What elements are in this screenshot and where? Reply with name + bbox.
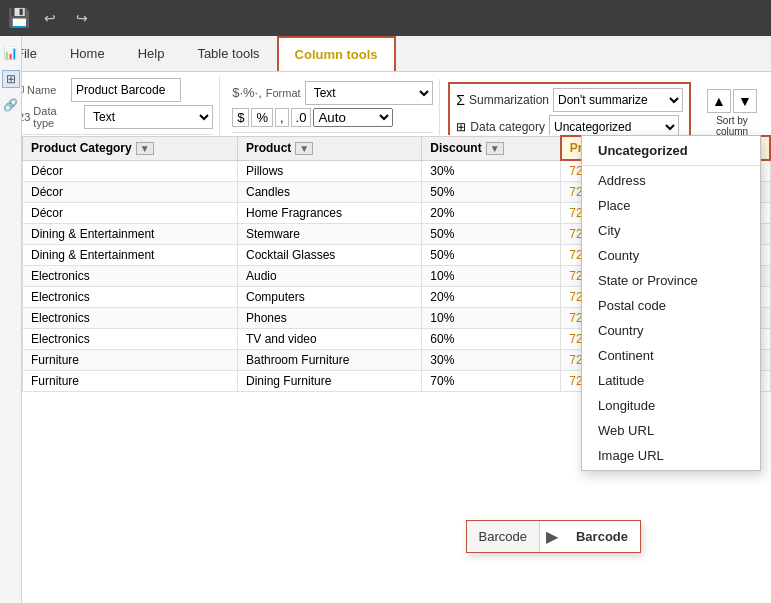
save-icon[interactable]: 💾 [8, 7, 30, 29]
cell-category: Décor [23, 182, 238, 203]
dropdown-item-county[interactable]: County [582, 243, 760, 268]
dropdown-item-weburl[interactable]: Web URL [582, 418, 760, 443]
dropdown-item-place[interactable]: Place [582, 193, 760, 218]
dropdown-item-city[interactable]: City [582, 218, 760, 243]
col-header-discount: Discount ▼ [422, 136, 561, 160]
dropdown-item-country[interactable]: Country [582, 318, 760, 343]
sidebar-chart-icon[interactable]: 📊 [2, 44, 20, 62]
cell-product: Pillows [238, 160, 422, 182]
cell-discount: 50% [422, 224, 561, 245]
col-header-category: Product Category ▼ [23, 136, 238, 160]
data-category-dropdown: Uncategorized Address Place City County … [581, 135, 761, 471]
sidebar: 📊 ⊞ 🔗 [0, 36, 22, 603]
dropdown-item-address[interactable]: Address [582, 168, 760, 193]
cell-category: Dining & Entertainment [23, 245, 238, 266]
cell-discount: 50% [422, 182, 561, 203]
cell-discount: 30% [422, 160, 561, 182]
format-label: Format [266, 87, 301, 99]
col-sort-category[interactable]: ▼ [136, 142, 154, 155]
cell-category: Furniture [23, 350, 238, 371]
dropdown-item-imageurl[interactable]: Image URL [582, 443, 760, 468]
sort-down-button[interactable]: ▼ [733, 89, 757, 113]
cell-category: Electronics [23, 329, 238, 350]
sidebar-table-icon[interactable]: ⊞ [2, 70, 20, 88]
col-sort-product[interactable]: ▼ [295, 142, 313, 155]
cell-discount: 20% [422, 287, 561, 308]
title-bar: 💾 ↩ ↪ [0, 0, 771, 36]
cell-category: Décor [23, 203, 238, 224]
cell-product: Audio [238, 266, 422, 287]
percent-button[interactable]: % [251, 108, 273, 127]
cell-product: Candles [238, 182, 422, 203]
summarization-label: Summarization [469, 93, 549, 107]
col-sort-discount[interactable]: ▼ [486, 142, 504, 155]
cell-discount: 20% [422, 203, 561, 224]
barcode-hint-right: Barcode [564, 521, 640, 552]
tab-columntools[interactable]: Column tools [277, 36, 396, 71]
format-select[interactable]: Text Number Currency Date [305, 81, 434, 105]
datatype-select[interactable]: Text Whole Number Decimal Number Date Tr… [84, 105, 213, 129]
sort-label: Sort bycolumn [716, 115, 748, 137]
dollar-button[interactable]: $ [232, 108, 249, 127]
tab-home[interactable]: Home [54, 36, 122, 71]
cell-discount: 10% [422, 308, 561, 329]
cell-category: Electronics [23, 308, 238, 329]
auto-select[interactable]: Auto [313, 108, 393, 127]
format-icon: $·%·, [232, 85, 262, 100]
sidebar-relation-icon[interactable]: 🔗 [2, 96, 20, 114]
undo-button[interactable]: ↩ [38, 8, 62, 28]
sort-group: ▲ ▼ Sort bycolumn [699, 85, 765, 141]
col-header-product: Product ▼ [238, 136, 422, 160]
barcode-hint-left: Barcode [467, 521, 540, 552]
comma-button[interactable]: , [275, 108, 289, 127]
cell-discount: 60% [422, 329, 561, 350]
barcode-hint: Barcode ▶ Barcode [466, 520, 641, 553]
cell-product: TV and video [238, 329, 422, 350]
cell-category: Dining & Entertainment [23, 224, 238, 245]
cell-category: Décor [23, 160, 238, 182]
summarization-select[interactable]: Don't summarize Sum Average Minimum Maxi… [553, 88, 683, 112]
cell-category: Electronics [23, 266, 238, 287]
name-input[interactable] [71, 78, 181, 102]
datacategory-icon: ⊞ [456, 120, 466, 134]
redo-button[interactable]: ↪ [70, 8, 94, 28]
decimal-button[interactable]: .0 [291, 108, 312, 127]
tab-help[interactable]: Help [122, 36, 182, 71]
cell-discount: 10% [422, 266, 561, 287]
cell-product: Stemware [238, 224, 422, 245]
dropdown-item-longitude[interactable]: Longitude [582, 393, 760, 418]
cell-discount: 30% [422, 350, 561, 371]
cell-discount: 70% [422, 371, 561, 392]
sort-up-button[interactable]: ▲ [707, 89, 731, 113]
dropdown-item-state[interactable]: State or Province [582, 268, 760, 293]
tab-tabletools[interactable]: Table tools [181, 36, 276, 71]
cell-product: Bathroom Furniture [238, 350, 422, 371]
cell-discount: 50% [422, 245, 561, 266]
dropdown-item-postal[interactable]: Postal code [582, 293, 760, 318]
datacategory-label: Data category [470, 120, 545, 134]
cell-product: Computers [238, 287, 422, 308]
dropdown-item-continent[interactable]: Continent [582, 343, 760, 368]
cell-product: Phones [238, 308, 422, 329]
cell-product: Home Fragrances [238, 203, 422, 224]
dropdown-item-uncategorized[interactable]: Uncategorized [582, 138, 760, 163]
cell-category: Electronics [23, 287, 238, 308]
barcode-hint-arrow-icon: ▶ [540, 527, 564, 546]
tab-bar: File Home Help Table tools Column tools [0, 36, 771, 72]
cell-category: Furniture [23, 371, 238, 392]
sigma-icon: Σ [456, 92, 465, 108]
dropdown-item-latitude[interactable]: Latitude [582, 368, 760, 393]
cell-product: Cocktail Glasses [238, 245, 422, 266]
cell-product: Dining Furniture [238, 371, 422, 392]
